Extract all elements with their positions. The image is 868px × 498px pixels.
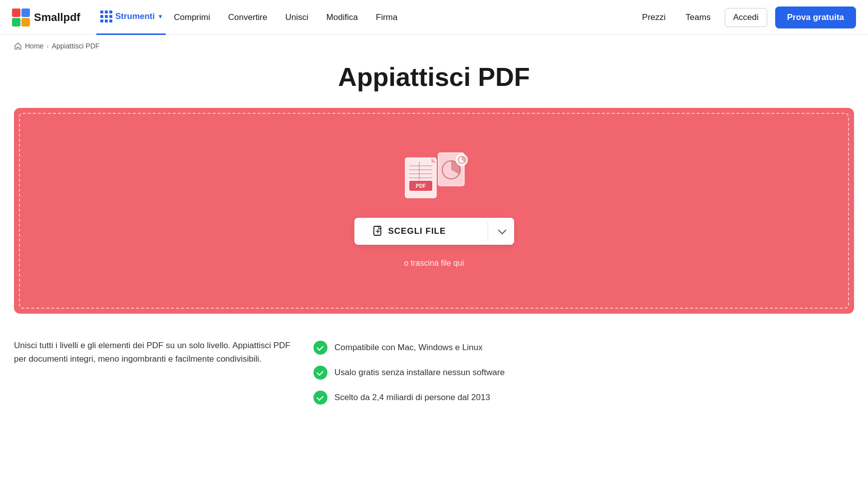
logo[interactable]: Smallpdf <box>12 8 80 26</box>
strumenti-label: Strumenti <box>115 11 155 21</box>
check-icon-gratis <box>313 366 327 380</box>
pdf-illustration: PDF <box>394 144 474 204</box>
breadcrumb-home[interactable]: Home <box>25 42 43 50</box>
dropzone-outer[interactable]: PDF <box>14 108 854 314</box>
feature-item-scelto: Scelto da 2,4 miliardi di persone dal 20… <box>313 391 854 405</box>
choose-file-row[interactable]: SCEGLI FILE <box>354 218 514 245</box>
svg-text:PDF: PDF <box>416 183 426 189</box>
feature-text-gratis: Usalo gratis senza installare nessun sof… <box>334 368 505 378</box>
nav-links: Comprimi Convertire Unisci Modifica Firm… <box>166 8 405 26</box>
nav-right: Prezzi Teams Accedi Prova gratuita <box>636 6 856 28</box>
logo-icon <box>12 8 30 26</box>
nav-strumenti[interactable]: Strumenti ▾ <box>96 0 166 35</box>
svg-rect-0 <box>12 8 20 17</box>
choose-file-label: SCEGLI FILE <box>388 226 446 236</box>
drag-drop-text: o trascina file qui <box>404 259 464 268</box>
svg-rect-16 <box>374 226 381 235</box>
choose-file-button[interactable]: SCEGLI FILE <box>354 218 488 245</box>
navbar: Smallpdf Strumenti ▾ Comprimi Convertire… <box>0 0 868 35</box>
chevron-down-icon <box>498 228 504 234</box>
breadcrumb-current: Appiattisci PDF <box>52 42 100 50</box>
feature-text-compat: Compatibile con Mac, Windows e Linux <box>334 343 483 353</box>
breadcrumb: Home › Appiattisci PDF <box>0 35 868 57</box>
features-list: Compatibile con Mac, Windows e Linux Usa… <box>313 339 854 405</box>
dropzone-inner[interactable]: PDF <box>19 113 849 309</box>
breadcrumb-separator: › <box>46 42 48 50</box>
strumenti-chevron-icon: ▾ <box>159 13 162 20</box>
page-title: Appiattisci PDF <box>0 62 868 92</box>
svg-rect-3 <box>21 18 30 26</box>
nav-comprimi[interactable]: Comprimi <box>166 8 218 26</box>
nav-firma[interactable]: Firma <box>368 8 405 26</box>
features-section: Unisci tutti i livelli e gli elementi de… <box>0 334 868 425</box>
feature-item-gratis: Usalo gratis senza installare nessun sof… <box>313 366 854 380</box>
nav-modifica[interactable]: Modifica <box>318 8 366 26</box>
home-icon <box>14 42 22 50</box>
nav-prezzi[interactable]: Prezzi <box>636 8 671 26</box>
prova-gratuita-button[interactable]: Prova gratuita <box>775 6 856 28</box>
logo-text: Smallpdf <box>34 11 80 24</box>
nav-convertire[interactable]: Convertire <box>220 8 275 26</box>
feature-item-compat: Compatibile con Mac, Windows e Linux <box>313 341 854 355</box>
check-icon-compat <box>313 341 327 355</box>
feature-text-scelto: Scelto da 2,4 miliardi di persone dal 20… <box>334 393 490 403</box>
file-upload-icon <box>372 226 383 237</box>
features-text: Unisci tutti i livelli e gli elementi de… <box>14 339 293 366</box>
choose-file-dropdown-button[interactable] <box>488 218 514 245</box>
check-icon-scelto <box>313 391 327 405</box>
svg-rect-2 <box>12 18 20 26</box>
nav-accedi[interactable]: Accedi <box>725 8 767 27</box>
nav-unisci[interactable]: Unisci <box>277 8 316 26</box>
grid-icon <box>100 10 112 22</box>
pdf-files-icon: PDF <box>394 144 474 204</box>
features-description: Unisci tutti i livelli e gli elementi de… <box>14 339 293 405</box>
nav-teams[interactable]: Teams <box>680 8 717 26</box>
svg-rect-1 <box>21 8 30 17</box>
